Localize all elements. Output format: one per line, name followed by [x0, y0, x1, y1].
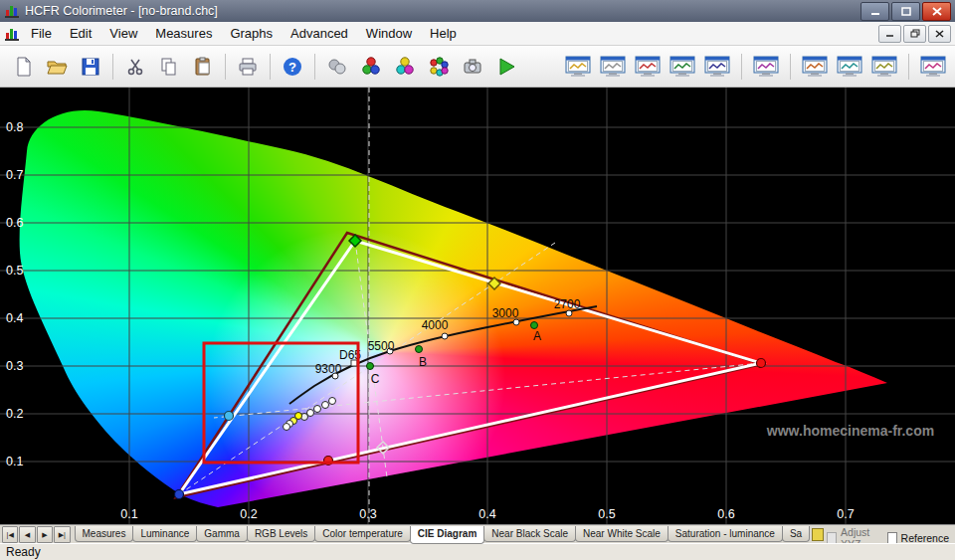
- close-button[interactable]: [922, 2, 951, 21]
- locus-label: 5500: [368, 339, 395, 353]
- watermark-text: www.homecinema-fr.com: [766, 423, 934, 439]
- y-tick-label: 0.7: [6, 168, 23, 182]
- temperature-point: [442, 333, 448, 339]
- tab-sa[interactable]: Sa: [782, 526, 810, 542]
- run-measures-button[interactable]: [489, 51, 523, 83]
- tab-cie-diagram[interactable]: CIE Diagram: [410, 526, 484, 544]
- menu-file[interactable]: File: [22, 23, 61, 44]
- tab-rgb-levels[interactable]: RGB Levels: [247, 526, 315, 542]
- monitor-chart-icon: [704, 56, 730, 78]
- open-file-button[interactable]: [40, 51, 74, 83]
- tab-scroll-last-button[interactable]: ▶|: [54, 526, 70, 543]
- copy-button[interactable]: [152, 51, 186, 83]
- mdi-minimize-button[interactable]: [878, 25, 901, 43]
- monitor-chart-icon: [802, 56, 828, 78]
- toolbar-separator: [741, 54, 742, 80]
- locus-label: 2700: [554, 297, 581, 311]
- monitor-chart-icon: [669, 56, 695, 78]
- print-button[interactable]: [231, 51, 265, 83]
- illuminant-point: [531, 322, 538, 329]
- view-button-5[interactable]: [701, 51, 733, 83]
- illuminant-point: [367, 363, 374, 370]
- monitor-chart-icon: [635, 56, 661, 78]
- toolbar-separator: [225, 54, 226, 80]
- paste-button[interactable]: [186, 51, 220, 83]
- monitor-chart-icon: [871, 56, 897, 78]
- rgb-balls-icon: [360, 56, 382, 78]
- view-button-9[interactable]: [868, 51, 900, 83]
- tab-scroll-right-button[interactable]: ▶: [37, 526, 53, 543]
- document-icon: [4, 26, 20, 42]
- view-button-4[interactable]: [667, 51, 698, 83]
- tab-measures[interactable]: Measures: [75, 526, 134, 542]
- tab-near-white-scale[interactable]: Near White Scale: [575, 526, 668, 542]
- maximize-button[interactable]: [891, 2, 920, 21]
- save-icon: [80, 56, 101, 78]
- help-button[interactable]: ?: [276, 51, 309, 83]
- toolbar-separator: [790, 54, 791, 80]
- view-tab-bar: |◀ ◀ ▶ ▶| MeasuresLuminanceGammaRGB Leve…: [0, 524, 955, 543]
- tab-saturation-luminance[interactable]: Saturation - luminance: [668, 526, 783, 542]
- menu-edit[interactable]: Edit: [61, 23, 100, 44]
- tab-luminance[interactable]: Luminance: [132, 526, 197, 542]
- tab-scroll-left-button[interactable]: ◀: [19, 526, 35, 543]
- tab-scroll-first-button[interactable]: |◀: [2, 526, 18, 543]
- x-tick-label: 0.6: [717, 507, 734, 521]
- menu-help[interactable]: Help: [421, 23, 466, 44]
- view-button-2[interactable]: [597, 51, 629, 83]
- view-button-3[interactable]: [632, 51, 664, 83]
- new-document-button[interactable]: [6, 51, 40, 83]
- measure-point: [329, 398, 336, 405]
- x-tick-label: 0.2: [240, 507, 257, 521]
- menu-measures[interactable]: Measures: [146, 23, 221, 44]
- window-title: HCFR Colorimeter - [no-brand.chc]: [25, 4, 860, 18]
- menu-advanced[interactable]: Advanced: [282, 23, 357, 44]
- measure-secondaries-button[interactable]: [388, 51, 422, 83]
- svg-text:?: ?: [288, 60, 296, 75]
- tab-near-black-scale[interactable]: Near Black Scale: [483, 526, 576, 542]
- locus-label: 4000: [422, 318, 449, 332]
- color-marker: [175, 490, 184, 499]
- locus-label: A: [533, 329, 541, 343]
- reference-gamut-triangle: [179, 241, 761, 494]
- snapshot-button[interactable]: [456, 51, 489, 83]
- x-tick-label: 0.5: [598, 507, 615, 521]
- y-tick-label: 0.2: [6, 407, 23, 421]
- mdi-restore-button[interactable]: [903, 25, 926, 43]
- toolbar-separator: [908, 54, 909, 80]
- minimize-button[interactable]: [860, 2, 889, 21]
- measure-all-colors-button[interactable]: [422, 51, 456, 83]
- mdi-close-button[interactable]: [928, 25, 951, 43]
- view-buttons: [562, 51, 949, 83]
- cut-button[interactable]: [118, 51, 152, 83]
- saturation-color-icon: [812, 528, 824, 541]
- menu-window[interactable]: Window: [357, 23, 421, 44]
- view-button-6[interactable]: [750, 51, 782, 83]
- paste-icon: [192, 56, 214, 78]
- tab-gamma[interactable]: Gamma: [196, 526, 248, 542]
- status-bar: Ready: [0, 543, 955, 560]
- y-tick-label: 0.3: [6, 359, 23, 373]
- y-tick-label: 0.6: [6, 216, 23, 230]
- view-button-10[interactable]: [917, 51, 949, 83]
- measured-gamut-triangle: [176, 233, 762, 497]
- sensor-config-button[interactable]: [320, 51, 354, 83]
- view-button-8[interactable]: [834, 51, 865, 83]
- measure-primaries-button[interactable]: [354, 51, 388, 83]
- monitor-chart-icon: [600, 56, 626, 78]
- toolbar: ?: [0, 46, 955, 88]
- toolbar-separator: [314, 54, 315, 80]
- monitor-chart-icon: [837, 56, 862, 78]
- save-button[interactable]: [74, 51, 107, 83]
- y-tick-label: 0.4: [6, 311, 23, 325]
- view-button-7[interactable]: [799, 51, 831, 83]
- measure-point: [314, 406, 321, 413]
- menu-view[interactable]: View: [100, 23, 146, 44]
- illuminant-point: [416, 346, 423, 353]
- x-tick-label: 0.4: [478, 507, 495, 521]
- print-icon: [237, 56, 259, 78]
- menu-graphs[interactable]: Graphs: [221, 23, 282, 44]
- cie-diagram-view: 0.10.20.30.40.50.60.70.80.70.60.50.40.30…: [0, 88, 955, 524]
- view-button-1[interactable]: [562, 51, 594, 83]
- tab-color-temperature[interactable]: Color temperature: [314, 526, 411, 542]
